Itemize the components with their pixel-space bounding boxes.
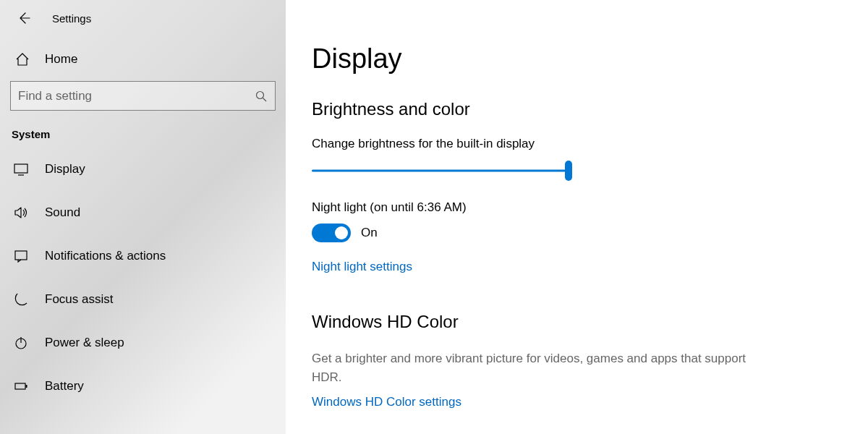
section-heading-brightness: Brightness and color xyxy=(312,99,839,119)
content-area: Display Brightness and color Change brig… xyxy=(286,0,868,434)
focus-assist-icon xyxy=(13,292,29,307)
hd-description: Get a brighter and more vibrant picture … xyxy=(312,349,775,386)
window-title: Settings xyxy=(52,12,91,25)
sidebar-item-display[interactable]: Display xyxy=(0,148,286,191)
sidebar-item-sound[interactable]: Sound xyxy=(0,191,286,234)
battery-icon xyxy=(13,378,29,394)
sidebar-item-label: Battery xyxy=(45,379,84,393)
sidebar-item-battery[interactable]: Battery xyxy=(0,365,286,408)
sidebar-item-label: Notifications & actions xyxy=(45,249,166,263)
sound-icon xyxy=(13,205,29,221)
sidebar-item-label: Sound xyxy=(45,205,80,220)
sidebar-item-power-sleep[interactable]: Power & sleep xyxy=(0,321,286,365)
svg-point-0 xyxy=(257,91,264,98)
hd-color-section: Windows HD Color Get a brighter and more… xyxy=(312,312,839,409)
brightness-slider[interactable] xyxy=(312,160,572,182)
sidebar: Settings Home System Display xyxy=(0,0,286,434)
svg-rect-8 xyxy=(26,385,27,388)
slider-thumb[interactable] xyxy=(565,161,572,181)
power-icon xyxy=(13,335,29,351)
page-title: Display xyxy=(312,43,839,75)
home-label: Home xyxy=(45,52,77,67)
notifications-icon xyxy=(13,248,29,264)
home-icon xyxy=(14,51,30,67)
search-input[interactable] xyxy=(18,89,255,103)
section-heading-hd: Windows HD Color xyxy=(312,312,839,332)
sidebar-item-home[interactable]: Home xyxy=(0,39,286,80)
sidebar-header: Settings xyxy=(0,0,286,36)
search-box[interactable] xyxy=(10,81,276,111)
nightlight-settings-link[interactable]: Night light settings xyxy=(312,260,839,274)
sidebar-item-label: Display xyxy=(45,162,85,176)
nightlight-state: On xyxy=(361,226,378,240)
sidebar-group-label: System xyxy=(0,111,286,148)
arrow-left-icon xyxy=(17,11,31,25)
search-container xyxy=(0,81,286,111)
nightlight-label: Night light (on until 6:36 AM) xyxy=(312,200,839,215)
sidebar-nav: Display Sound Notifications & actions Fo… xyxy=(0,148,286,408)
sidebar-item-focus-assist[interactable]: Focus assist xyxy=(0,278,286,321)
sidebar-item-label: Power & sleep xyxy=(45,336,124,350)
hd-color-settings-link[interactable]: Windows HD Color settings xyxy=(312,395,839,409)
search-icon xyxy=(255,90,268,103)
sidebar-item-label: Focus assist xyxy=(45,292,113,307)
slider-track xyxy=(312,170,572,172)
svg-line-1 xyxy=(263,98,267,101)
svg-rect-4 xyxy=(15,251,27,260)
svg-rect-2 xyxy=(14,164,27,173)
brightness-label: Change brightness for the built-in displ… xyxy=(312,137,839,151)
svg-rect-7 xyxy=(15,383,25,389)
sidebar-item-notifications[interactable]: Notifications & actions xyxy=(0,234,286,278)
nightlight-toggle-row: On xyxy=(312,224,839,242)
display-icon xyxy=(13,161,29,177)
nightlight-toggle[interactable] xyxy=(312,224,351,242)
back-button[interactable] xyxy=(16,10,32,26)
